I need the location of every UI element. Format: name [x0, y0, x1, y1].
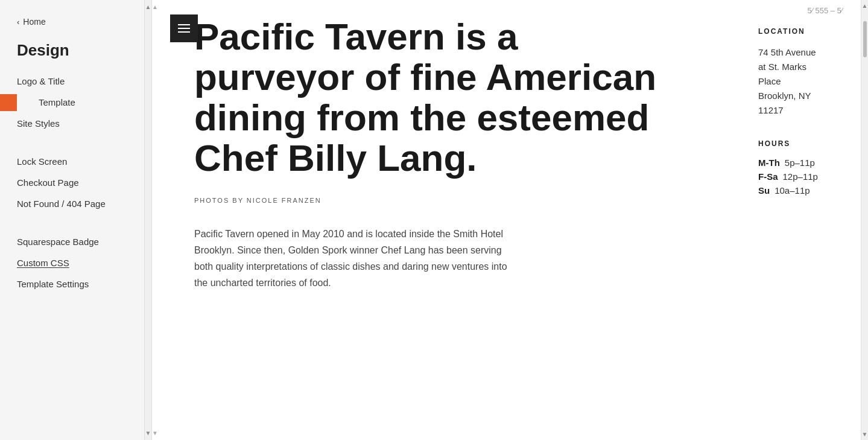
sidebar-item-label: Template Settings [17, 279, 89, 289]
preview-content: Pacific Tavern is a purveyor of fine Ame… [158, 0, 701, 316]
body-text: Pacific Tavern opened in May 2010 and is… [194, 226, 514, 292]
sidebar-item-label: Not Found / 404 Page [17, 199, 106, 209]
nav-group-extra: Squarespace Badge Custom CSS Template Se… [0, 231, 144, 302]
location-address: 74 5th Avenueat St. MarksPlaceBrooklyn, … [758, 45, 843, 118]
right-scroll-up-icon[interactable]: ▲ [862, 2, 868, 9]
sidebar-item-logo-title[interactable]: Logo & Title [0, 71, 144, 92]
hours-day: F-Sa [758, 171, 778, 182]
back-label: Home [23, 17, 45, 27]
hours-row: F-Sa 12p–11p [758, 171, 843, 182]
location-label: LOCATION [758, 27, 843, 36]
top-number: 5⁄ 555 – 5⁄ [758, 0, 843, 27]
preview-scroll-down-icon[interactable]: ▼ [152, 430, 158, 436]
sidebar-item-label: Custom CSS [17, 258, 69, 268]
preview-scroll-up-icon[interactable]: ▲ [152, 4, 158, 10]
hours-time: 10a–11p [775, 185, 809, 196]
sidebar-item-label: Site Styles [17, 118, 60, 129]
nav-group-middle: Lock Screen Checkout Page Not Found / 40… [0, 151, 144, 222]
nav-group-top: Logo & Title Template Site Styles [0, 71, 144, 141]
menu-line-2 [178, 28, 190, 29]
sidebar-item-squarespace-badge[interactable]: Squarespace Badge [0, 231, 144, 252]
sidebar-scroll-down-icon[interactable]: ▼ [145, 430, 151, 436]
preview-container[interactable]: Pacific Tavern is a purveyor of fine Ame… [158, 0, 740, 440]
section-title: Design [0, 41, 144, 71]
sidebar-item-label: Checkout Page [17, 177, 79, 188]
sidebar-item-label: Template [39, 97, 75, 107]
menu-icon-button[interactable] [170, 14, 198, 42]
hours-time: 5p–11p [785, 158, 815, 168]
hours-day: Su [758, 185, 770, 196]
sidebar-item-checkout-page[interactable]: Checkout Page [0, 172, 144, 193]
sidebar-scroll-up-icon[interactable]: ▲ [145, 4, 151, 10]
main-heading: Pacific Tavern is a purveyor of fine Ame… [194, 17, 677, 179]
sidebar-scrollbar: ▲ ▼ [145, 0, 152, 440]
sidebar-item-template-settings[interactable]: Template Settings [0, 273, 144, 295]
sidebar-item-template[interactable]: Template [0, 92, 144, 113]
hours-row: Su 10a–11p [758, 185, 843, 196]
preview-wrapper: ▲ ▼ Pacific Tavern is a purveyor of fine… [152, 0, 868, 440]
right-scrollbar: ▲ ▼ [861, 0, 868, 440]
sidebar-item-label: Logo & Title [17, 76, 65, 86]
sidebar-item-site-styles[interactable]: Site Styles [0, 113, 144, 134]
hours-row: M-Th 5p–11p [758, 158, 843, 168]
menu-line-3 [178, 31, 190, 33]
sidebar-item-label: Lock Screen [17, 156, 67, 167]
hours-list: M-Th 5p–11p F-Sa 12p–11p Su 10a–11p [758, 158, 843, 196]
main-area: ▲ ▼ Pacific Tavern is a purveyor of fine… [152, 0, 868, 440]
sidebar-item-custom-css[interactable]: Custom CSS [0, 252, 144, 273]
sidebar-item-not-found[interactable]: Not Found / 404 Page [0, 193, 144, 214]
right-scroll-down-icon[interactable]: ▼ [862, 431, 868, 438]
chevron-left-icon: ‹ [17, 18, 19, 27]
back-link[interactable]: ‹ Home [0, 12, 144, 31]
menu-line-1 [178, 24, 190, 25]
scrollbar-thumb [863, 21, 867, 57]
sidebar: ‹ Home Design Logo & Title Template Site… [0, 0, 145, 440]
hours-label: HOURS [758, 139, 843, 148]
photo-credit: PHOTOS BY NICOLE FRANZEN [194, 197, 677, 204]
hours-day: M-Th [758, 158, 780, 168]
orange-indicator [0, 94, 17, 111]
hours-time: 12p–11p [783, 171, 818, 182]
preview-left-scroll: ▲ ▼ [152, 0, 158, 440]
right-panel: 5⁄ 555 – 5⁄ LOCATION 74 5th Avenueat St.… [740, 0, 861, 440]
sidebar-item-label: Squarespace Badge [17, 237, 99, 247]
sidebar-item-lock-screen[interactable]: Lock Screen [0, 151, 144, 172]
